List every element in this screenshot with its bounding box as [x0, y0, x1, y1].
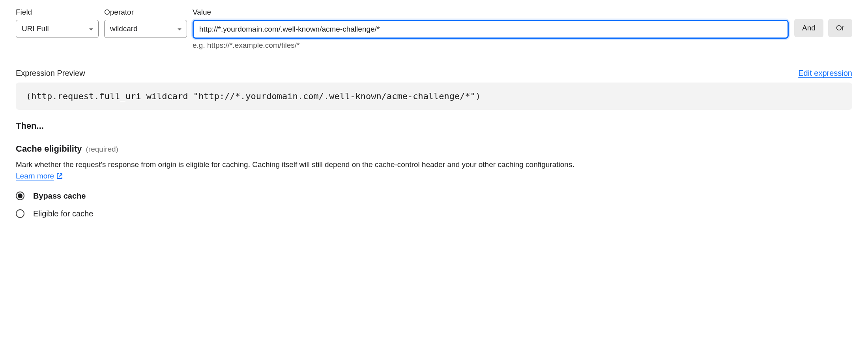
value-hint: e.g. https://*.example.com/files/*	[193, 41, 789, 50]
cache-eligibility-title: Cache eligibility	[16, 144, 82, 154]
cache-desc-text: Mark whether the request's response from…	[16, 160, 574, 169]
expression-preview-label: Expression Preview	[16, 69, 85, 78]
operator-label: Operator	[104, 8, 187, 17]
required-tag: (required)	[86, 145, 118, 154]
cache-eligibility-description: Mark whether the request's response from…	[16, 159, 576, 183]
radio-icon	[16, 192, 24, 200]
radio-label: Eligible for cache	[33, 209, 93, 218]
chevron-down-icon	[177, 24, 182, 33]
operator-column: Operator wildcard	[104, 8, 187, 38]
filter-row: Field URI Full Operator wildcard Value e…	[16, 8, 852, 50]
radio-icon	[16, 209, 24, 218]
radio-label: Bypass cache	[33, 192, 86, 201]
field-select[interactable]: URI Full	[16, 20, 99, 38]
expression-preview-box: (http.request.full_uri wildcard "http://…	[16, 83, 852, 110]
logic-buttons: And Or	[794, 8, 852, 37]
field-column: Field URI Full	[16, 8, 99, 38]
edit-expression-link[interactable]: Edit expression	[798, 69, 852, 78]
radio-bypass-cache[interactable]: Bypass cache	[16, 192, 852, 201]
external-link-icon	[56, 173, 63, 181]
or-button[interactable]: Or	[828, 19, 852, 37]
cache-eligibility-header: Cache eligibility (required)	[16, 144, 852, 154]
operator-value: wildcard	[110, 24, 138, 33]
learn-more-link[interactable]: Learn more	[16, 172, 63, 180]
value-input[interactable]	[193, 20, 789, 39]
field-value: URI Full	[22, 24, 49, 33]
chevron-down-icon	[89, 24, 94, 33]
cache-radio-group: Bypass cache Eligible for cache	[16, 192, 852, 218]
and-button[interactable]: And	[794, 19, 823, 37]
value-label: Value	[193, 8, 789, 17]
expression-preview-header: Expression Preview Edit expression	[16, 69, 852, 78]
then-heading: Then...	[16, 121, 852, 131]
radio-eligible-for-cache[interactable]: Eligible for cache	[16, 209, 852, 218]
operator-select[interactable]: wildcard	[104, 20, 187, 38]
value-column: Value e.g. https://*.example.com/files/*	[193, 8, 789, 50]
field-label: Field	[16, 8, 99, 17]
